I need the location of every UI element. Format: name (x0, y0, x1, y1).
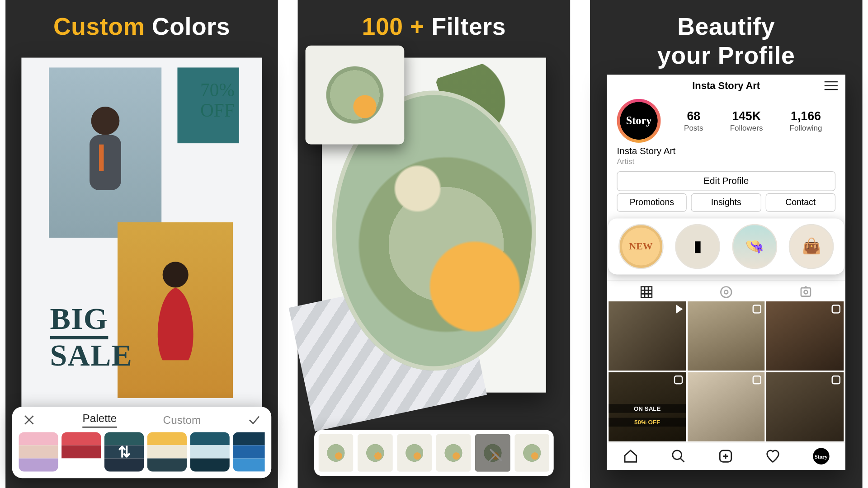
palette-swatch[interactable] (61, 432, 101, 471)
big-sale-text: BIG SALE (50, 303, 133, 372)
profile-title: Insta Story Art (692, 80, 760, 92)
filter-thumb[interactable] (397, 434, 432, 472)
panel-title: 100 + Filters (362, 12, 506, 41)
tab-custom[interactable]: Custom (163, 414, 201, 427)
filter-thumb[interactable] (514, 434, 549, 472)
palette-swatch[interactable] (147, 432, 187, 471)
preview-thumb (306, 46, 405, 145)
filter-canvas[interactable] (322, 57, 546, 392)
highlight-new[interactable]: NEW (618, 224, 664, 269)
title-rest: Filters (431, 13, 506, 40)
grid-cell[interactable] (766, 372, 844, 441)
tab-palette[interactable]: Palette (83, 412, 117, 427)
profile-role: Artist (617, 157, 835, 165)
palette-swatches (19, 432, 264, 471)
multi-icon (832, 305, 840, 313)
title-line1: Beautify (677, 13, 775, 40)
title-rest: Colors (152, 13, 230, 40)
multi-icon (674, 375, 682, 384)
insights-button[interactable]: Insights (691, 193, 761, 211)
stat-label: Following (790, 123, 822, 132)
view-tabs (607, 280, 845, 301)
bottom-nav: Story (607, 442, 845, 470)
filter-thumb[interactable] (475, 434, 510, 472)
fifty-off-label: 50% OFF (609, 418, 686, 426)
sale-word: SALE (50, 339, 133, 371)
panel-title: Custom Colors (53, 12, 230, 41)
highlight-perf[interactable]: ▮ (675, 224, 721, 269)
grid-cell[interactable]: ON SALE 50% OFF (609, 372, 686, 441)
name-block: Insta Story Art Artist (607, 145, 845, 169)
highlights: NEW▮👒👜 (608, 218, 844, 274)
stat-number: 1,166 (790, 109, 822, 123)
svg-point-7 (804, 290, 807, 294)
title-accent: Custom (53, 13, 145, 40)
promotions-button[interactable]: Promotions (617, 193, 687, 211)
stat[interactable]: 145KFollowers (730, 109, 763, 132)
big-word: BIG (50, 303, 108, 339)
panel-title: Beautify your Profile (657, 12, 795, 70)
hamburger-icon[interactable] (825, 80, 838, 91)
panel-filters: 100 + Filters (298, 0, 571, 488)
panel-profile: Beautify your Profile Insta Story Art St… (590, 0, 863, 488)
home-icon[interactable] (623, 449, 638, 464)
play-icon (676, 305, 683, 313)
highlight-bag[interactable]: 👜 (789, 224, 834, 269)
on-sale-label: ON SALE (609, 404, 686, 413)
filter-thumb[interactable] (436, 434, 471, 472)
story-profile-icon[interactable]: Story (813, 448, 829, 465)
heart-icon[interactable] (765, 449, 781, 464)
stat-label: Followers (730, 123, 763, 132)
profile-avatar[interactable]: Story (617, 99, 660, 142)
stat-number: 145K (730, 109, 763, 123)
multi-icon (753, 375, 761, 384)
filter-thumb[interactable] (358, 434, 392, 472)
svg-rect-2 (99, 145, 104, 171)
panel-custom-colors: Custom Colors 70% OFF BIG SALE Pale (5, 0, 278, 488)
discount-off: OFF (200, 100, 235, 120)
filter-strip (314, 430, 554, 476)
highlight-hat[interactable]: 👒 (732, 224, 777, 269)
close-icon[interactable] (22, 413, 37, 427)
stat[interactable]: 68Posts (684, 109, 703, 132)
tagged-tab-icon[interactable] (798, 285, 813, 299)
edit-profile-label: Edit Profile (703, 175, 749, 186)
stats-row: Story 68Posts145KFollowers1,166Following (607, 98, 845, 145)
grid-cell[interactable] (688, 301, 765, 371)
stat[interactable]: 1,166Following (790, 109, 822, 132)
reels-tab-icon[interactable] (719, 285, 733, 299)
filter-thumb[interactable] (319, 434, 354, 472)
profile-phone: Insta Story Art Story 68Posts145KFollowe… (607, 75, 845, 470)
editor-canvas[interactable]: 70% OFF BIG SALE (21, 57, 262, 414)
svg-rect-1 (90, 135, 121, 190)
profile-name: Insta Story Art (617, 146, 835, 157)
palette-swatch[interactable] (190, 432, 229, 471)
title-accent: 100 + (362, 13, 425, 40)
stat-label: Posts (684, 123, 703, 132)
action-buttons: PromotionsInsightsContact (607, 193, 845, 216)
svg-point-5 (724, 290, 728, 294)
contact-button[interactable]: Contact (765, 193, 835, 211)
palette-swatch[interactable] (233, 432, 264, 471)
avatar-text: Story (626, 114, 652, 127)
multi-icon (753, 305, 761, 313)
post-grid[interactable]: ON SALE 50% OFF TREAT YO' SELF. (607, 301, 845, 442)
svg-rect-6 (801, 288, 810, 296)
photo-woman (118, 222, 233, 398)
title-line2: your Profile (657, 42, 795, 69)
grid-cell[interactable] (766, 301, 844, 371)
svg-point-3 (162, 262, 188, 287)
palette-popup: Palette Custom (12, 407, 271, 478)
confirm-icon[interactable] (247, 413, 262, 427)
photo-man (49, 67, 161, 238)
grid-cell[interactable] (609, 301, 686, 371)
search-icon[interactable] (670, 449, 686, 464)
grid-cell[interactable] (688, 372, 765, 441)
grid-tab-icon[interactable] (640, 285, 654, 299)
stat-number: 68 (684, 109, 703, 123)
palette-swatch[interactable] (19, 432, 58, 471)
svg-point-0 (91, 107, 119, 135)
edit-profile-button[interactable]: Edit Profile (617, 171, 835, 191)
palette-swatch[interactable] (104, 432, 144, 471)
add-post-icon[interactable] (718, 449, 733, 464)
